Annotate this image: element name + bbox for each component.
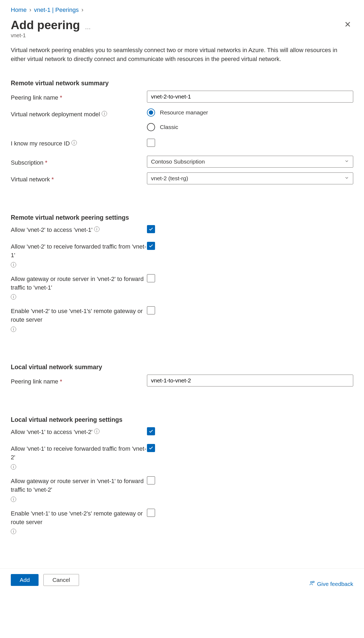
chevron-right-icon: › — [81, 6, 83, 13]
know-resource-id-label: I know my resource ID — [11, 139, 70, 148]
remote-allow-fwd-checkbox[interactable] — [147, 242, 155, 250]
remote-allow-fwd-label: Allow 'vnet-2' to receive forwarded traf… — [11, 242, 147, 260]
subscription-select[interactable]: Contoso Subscription — [147, 156, 353, 168]
info-icon[interactable]: i — [71, 140, 77, 145]
remote-enable-remote-gw-checkbox[interactable] — [147, 306, 155, 314]
radio-classic[interactable]: Classic — [147, 123, 353, 131]
cancel-button[interactable]: Cancel — [43, 574, 79, 586]
page-subtitle: vnet-1 — [11, 32, 353, 39]
section-remote-settings-heading: Remote virtual network peering settings — [11, 214, 353, 221]
give-feedback-link[interactable]: Give feedback — [309, 580, 353, 588]
chevron-down-icon — [344, 158, 349, 165]
local-allow-access-checkbox[interactable] — [147, 427, 155, 435]
breadcrumb: Home › vnet-1 | Peerings › — [11, 0, 353, 16]
page-title: Add peering — [11, 18, 80, 32]
chevron-right-icon: › — [29, 6, 31, 13]
close-icon[interactable]: ✕ — [342, 18, 353, 31]
remote-enable-remote-gw-label: Enable 'vnet-2' to use 'vnet-1's' remote… — [11, 307, 147, 324]
svg-point-0 — [310, 582, 312, 583]
section-remote-summary-heading: Remote virtual network summary — [11, 80, 353, 87]
peering-link-name-label: Peering link name — [11, 93, 58, 102]
local-allow-gateway-label: Allow gateway or route server in 'vnet-1… — [11, 477, 147, 494]
subscription-value: Contoso Subscription — [151, 158, 205, 165]
info-icon[interactable]: i — [11, 464, 16, 470]
info-icon[interactable]: i — [11, 497, 16, 502]
info-icon[interactable]: i — [11, 327, 16, 332]
local-allow-gateway-checkbox[interactable] — [147, 476, 155, 484]
add-button[interactable]: Add — [11, 574, 39, 586]
virtual-network-select[interactable]: vnet-2 (test-rg) — [147, 172, 353, 184]
local-allow-fwd-label: Allow 'vnet-1' to receive forwarded traf… — [11, 444, 147, 462]
remote-allow-gateway-checkbox[interactable] — [147, 274, 155, 282]
section-local-settings-heading: Local virtual network peering settings — [11, 416, 353, 423]
local-peering-link-name-input[interactable] — [147, 375, 353, 386]
radio-resource-manager-label: Resource manager — [160, 109, 208, 116]
local-peering-link-name-label: Peering link name — [11, 377, 58, 386]
info-icon[interactable]: i — [11, 294, 16, 300]
virtual-network-label: Virtual network — [11, 175, 50, 184]
feedback-icon — [309, 580, 315, 588]
chevron-down-icon — [344, 175, 349, 182]
info-icon[interactable]: i — [94, 429, 99, 434]
intro-text: Virtual network peering enables you to s… — [11, 46, 351, 63]
required-indicator: * — [60, 377, 62, 386]
local-enable-remote-gw-label: Enable 'vnet-1' to use 'vnet-2's' remote… — [11, 509, 147, 527]
section-local-summary-heading: Local virtual network summary — [11, 364, 353, 371]
remote-allow-access-label: Allow 'vnet-2' to access 'vnet-1' — [11, 226, 92, 234]
info-icon[interactable]: i — [102, 111, 107, 116]
breadcrumb-home[interactable]: Home — [11, 6, 27, 13]
local-allow-fwd-checkbox[interactable] — [147, 444, 155, 452]
radio-icon — [147, 123, 155, 131]
radio-resource-manager[interactable]: Resource manager — [147, 108, 353, 117]
local-enable-remote-gw-checkbox[interactable] — [147, 509, 155, 517]
know-resource-id-checkbox[interactable] — [147, 139, 155, 147]
info-icon[interactable]: i — [11, 262, 16, 267]
local-allow-access-label: Allow 'vnet-1' to access 'vnet-2' — [11, 428, 92, 436]
virtual-network-value: vnet-2 (test-rg) — [151, 175, 188, 182]
remote-allow-gateway-label: Allow gateway or route server in 'vnet-2… — [11, 275, 147, 292]
radio-icon — [147, 108, 155, 117]
subscription-label: Subscription — [11, 158, 43, 167]
radio-classic-label: Classic — [160, 124, 178, 130]
breadcrumb-parent[interactable]: vnet-1 | Peerings — [34, 6, 79, 13]
info-icon[interactable]: i — [11, 529, 16, 534]
required-indicator: * — [60, 93, 62, 102]
footer-bar: Add Cancel Give feedback — [0, 568, 364, 591]
remote-allow-access-checkbox[interactable] — [147, 225, 155, 233]
required-indicator: * — [51, 175, 54, 184]
remote-peering-link-name-input[interactable] — [147, 91, 353, 103]
more-actions-icon[interactable]: … — [85, 24, 91, 31]
deployment-model-label: Virtual network deployment model — [11, 110, 100, 119]
info-icon[interactable]: i — [94, 226, 99, 232]
give-feedback-label: Give feedback — [317, 581, 353, 587]
required-indicator: * — [45, 158, 47, 167]
